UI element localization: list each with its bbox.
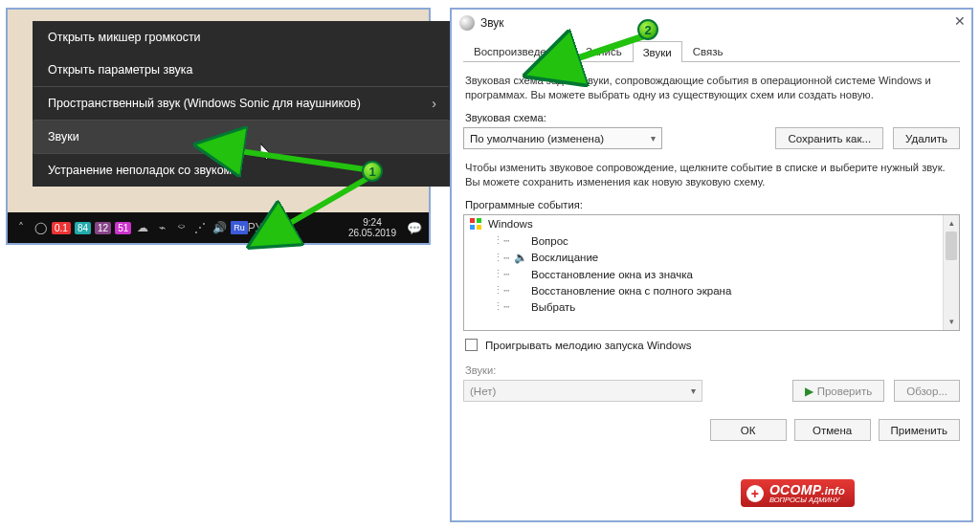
scheme-combobox[interactable]: По умолчанию (изменена) ▾ <box>463 127 662 149</box>
tab-sounds[interactable]: Звуки <box>633 41 682 62</box>
ctx-troubleshoot[interactable]: Устранение неполадок со звуком <box>33 154 450 187</box>
action-center-icon[interactable]: 💬 <box>406 221 423 235</box>
tray-metric-3[interactable]: 12 <box>95 222 111 234</box>
tree-line-icon: ⋮⋯ <box>493 234 508 247</box>
button-label: Применить <box>891 425 947 436</box>
test-button: ▶Проверить <box>792 380 885 402</box>
ctx-spatial-sound[interactable]: Пространственный звук (Windows Sonic для… <box>33 87 450 120</box>
tab-communications[interactable]: Связь <box>682 40 734 61</box>
tree-line-icon: ⋮⋯ <box>493 284 508 297</box>
volume-icon[interactable]: 🔊 <box>212 221 227 234</box>
taskbar-clock[interactable]: 9:24 26.05.2019 <box>348 217 402 238</box>
ctx-label: Открыть микшер громкости <box>48 31 201 44</box>
close-icon[interactable]: ✕ <box>954 13 966 29</box>
save-as-button[interactable]: Сохранить как... <box>775 127 883 149</box>
speaker-icon: 🔈 <box>514 251 525 264</box>
tab-label: Воспроизведение <box>474 46 565 57</box>
browse-button: Обзор... <box>894 380 960 402</box>
events-listbox[interactable]: Windows ⋮⋯Вопрос ⋮⋯🔈Восклицание ⋮⋯Восста… <box>463 214 960 331</box>
ctx-label: Звуки <box>48 130 79 143</box>
sounds-combobox: (Нет) ▾ <box>463 380 702 402</box>
checkbox-icon[interactable] <box>465 339 478 351</box>
list-item[interactable]: ⋮⋯Восстановление окна с полного экрана <box>464 282 943 298</box>
button-label: Удалить <box>905 133 947 144</box>
list-item-label: Выбрать <box>531 301 575 313</box>
watermark-sub: ВОПРОСЫ АДМИНУ <box>769 496 845 504</box>
list-item-windows-root[interactable]: Windows <box>464 215 943 232</box>
list-item-label: Восстановление окна с полного экрана <box>531 285 731 297</box>
sounds-label: Звуки: <box>465 364 958 376</box>
tab-label: Запись <box>586 46 622 57</box>
ctx-label: Пространственный звук (Windows Sonic для… <box>48 97 361 110</box>
ctx-label: Открыть параметры звука <box>48 63 193 77</box>
badge-number: 1 <box>368 165 375 179</box>
dialog-button-row: ОК Отмена Применить <box>463 415 960 441</box>
list-item[interactable]: ⋮⋯Выбрать <box>464 298 943 315</box>
tab-strip: Воспроизведение Запись Звуки Связь <box>463 40 960 62</box>
watermark-logo: + OCOMP.info ВОПРОСЫ АДМИНУ <box>741 479 855 507</box>
scroll-down-button[interactable]: ▾ <box>944 314 959 330</box>
clock-date: 26.05.2019 <box>348 228 396 238</box>
tray-app-icon[interactable]: ◯ <box>33 221 48 234</box>
list-item-label: Восклицание <box>531 252 598 263</box>
sounds-value: (Нет) <box>470 386 496 397</box>
tree-line-icon: ⋮⋯ <box>493 300 508 313</box>
tab-label: Звуки <box>643 47 672 58</box>
ctx-open-mixer[interactable]: Открыть микшер громкости <box>33 21 450 54</box>
scrollbar[interactable]: ▴ ▾ <box>943 215 959 330</box>
play-startup-row[interactable]: Проигрывать мелодию запуска Windows <box>465 339 958 351</box>
ok-button[interactable]: ОК <box>710 419 787 441</box>
events-description: Чтобы изменить звуковое сопровождение, щ… <box>465 161 958 189</box>
tray-chevron-icon[interactable]: ˄ <box>13 221 29 234</box>
tray-metric-4[interactable]: 51 <box>115 222 131 234</box>
list-item-label: Windows <box>488 218 533 230</box>
network-icon[interactable]: ⌔ <box>173 221 189 234</box>
ctx-label: Устранение неполадок со звуком <box>48 164 232 177</box>
language-text[interactable]: РУС <box>252 221 267 234</box>
scroll-thumb[interactable] <box>946 231 957 260</box>
list-item-label: Восстановление окна из значка <box>531 269 693 280</box>
list-item[interactable]: ⋮⋯Восстановление окна из значка <box>464 266 943 282</box>
scheme-description: Звуковая схема задает звуки, сопровождаю… <box>465 74 958 102</box>
titlebar[interactable]: Звук ✕ <box>452 10 971 36</box>
checkbox-label: Проигрывать мелодию запуска Windows <box>485 340 692 351</box>
delete-button[interactable]: Удалить <box>893 127 960 149</box>
windows-logo-icon <box>470 218 482 230</box>
list-item-label: Вопрос <box>531 235 568 247</box>
play-icon: ▶ <box>805 385 813 398</box>
ctx-sounds[interactable]: Звуки <box>33 121 450 153</box>
scheme-label: Звуковая схема: <box>465 112 958 123</box>
button-label: Отмена <box>813 425 852 436</box>
annotation-badge-1: 1 <box>362 161 383 182</box>
onedrive-icon[interactable]: ☁ <box>135 221 150 234</box>
tray-metric-1[interactable]: 0.1 <box>52 222 71 234</box>
tab-label: Связь <box>693 46 724 57</box>
plus-icon: + <box>746 485 764 502</box>
ctx-open-sound-settings[interactable]: Открыть параметры звука <box>33 54 450 86</box>
list-item[interactable]: ⋮⋯🔈Восклицание <box>464 249 943 266</box>
clock-time: 9:24 <box>348 217 396 228</box>
tab-recording[interactable]: Запись <box>575 40 633 61</box>
taskbar: ˄ ◯ 0.1 84 12 51 ☁ ⌁ ⌔ ⋰ 🔊 Ru РУС 9:24 2… <box>8 212 429 243</box>
chevron-down-icon: ▾ <box>691 386 696 396</box>
bluetooth-icon[interactable]: ⌁ <box>154 221 169 234</box>
scroll-up-button[interactable]: ▴ <box>944 215 959 231</box>
cancel-button[interactable]: Отмена <box>794 419 871 441</box>
sound-icon <box>459 15 475 31</box>
chevron-right-icon: › <box>432 96 436 111</box>
button-label: Обзор... <box>906 386 947 397</box>
dialog-title: Звук <box>480 16 504 30</box>
tray-metric-2[interactable]: 84 <box>75 222 91 234</box>
tab-playback[interactable]: Воспроизведение <box>463 40 575 61</box>
list-item[interactable]: ⋮⋯Вопрос <box>464 232 943 249</box>
scheme-value: По умолчанию (изменена) <box>470 133 604 144</box>
volume-context-menu: Открыть микшер громкости Открыть парамет… <box>33 21 450 187</box>
tree-line-icon: ⋮⋯ <box>493 252 508 264</box>
wifi-icon[interactable]: ⋰ <box>192 221 208 234</box>
tree-line-icon: ⋮⋯ <box>493 268 508 280</box>
language-indicator-icon[interactable]: Ru <box>231 221 248 234</box>
button-label: Сохранить как... <box>788 133 871 144</box>
apply-button[interactable]: Применить <box>879 419 960 441</box>
events-label: Программные события: <box>465 199 958 210</box>
button-label: ОК <box>741 425 756 436</box>
